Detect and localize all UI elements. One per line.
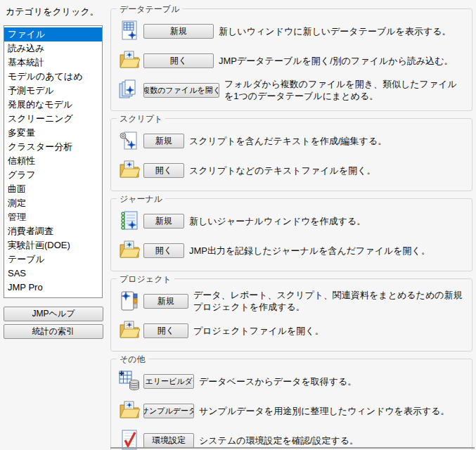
category-item[interactable]: 多変量: [4, 126, 102, 140]
row-description: JMPデータテーブルを開く/別のファイルから読み込む。: [219, 55, 465, 67]
open-data-table-button[interactable]: 開く: [143, 53, 214, 68]
row-description: プロジェクトファイルを開く。: [193, 325, 465, 337]
category-item[interactable]: 曲面: [4, 182, 102, 196]
category-item[interactable]: 信頼性: [4, 154, 102, 168]
group-ジャーナル: ジャーナル新規新しいジャーナルウィンドウを作成する。開くJMP出力を記録したジャ…: [110, 198, 472, 271]
open-journal-icon: [118, 239, 143, 262]
row-description: 新しいウィンドウに新しいデータテーブルを表示する。: [219, 25, 465, 37]
starter-row: 開くJMPデータテーブルを開く/別のファイルから読み込む。: [118, 49, 465, 72]
row-description: データ、レポート、スクリプト、関連資料をまとめるための新規プロジェクトを作成する…: [193, 289, 465, 313]
group-title: スクリプト: [117, 113, 165, 125]
row-description: JMP出力を記録したジャーナルを含んだファイルを開く。: [189, 245, 465, 257]
category-item[interactable]: 消費者調査: [4, 224, 102, 238]
row-description: スクリプトなどのテキストファイルを開く。: [189, 165, 465, 176]
category-item[interactable]: 予測モデル: [4, 84, 102, 98]
category-item[interactable]: 基本統計: [4, 56, 102, 70]
category-item[interactable]: モデルのあてはめ: [4, 70, 102, 84]
open-multiple-files-icon: [118, 79, 143, 101]
new-journal-icon: [118, 210, 143, 232]
category-heading: カテゴリをクリック。: [6, 6, 99, 18]
starter-row: 開くJMP出力を記録したジャーナルを含んだファイルを開く。: [118, 238, 465, 262]
row-description: フォルダから複数のファイルを開き、類似したファイルを1つのデータテーブルにまとめ…: [224, 78, 465, 102]
new-project-button[interactable]: 新規: [143, 294, 188, 309]
jmp-help-button[interactable]: JMPヘルプ: [4, 307, 103, 321]
starter-row: 新規スクリプトを含んだテキストを作成/編集する。: [118, 129, 465, 153]
statistics-index-button[interactable]: 統計の索引: [4, 324, 103, 339]
row-description: 新しいジャーナルウィンドウを作成する。: [189, 215, 465, 227]
starter-row: 複数のファイルを開くフォルダから複数のファイルを開き、類似したファイルを1つのデ…: [118, 78, 465, 102]
window-bottom-edge: [110, 447, 475, 449]
starter-row: 開くスクリプトなどのテキストファイルを開く。: [118, 158, 465, 182]
open-script-icon: [118, 159, 143, 181]
group-プロジェクト: プロジェクト新規データ、レポート、スクリプト、関連資料をまとめるための新規プロジ…: [110, 278, 472, 352]
open-script-button[interactable]: 開く: [143, 163, 184, 178]
new-script-button[interactable]: 新規: [143, 134, 184, 148]
row-description: スクリプトを含んだテキストを作成/編集する。: [189, 135, 465, 147]
starter-row: クエリービルダーデータベースからデータを取得する。: [118, 369, 465, 393]
query-builder-button[interactable]: クエリービルダー: [143, 374, 194, 389]
category-item[interactable]: 実験計画(DOE): [4, 238, 102, 252]
new-data-table-icon: [118, 20, 143, 42]
group-title: データテーブル: [117, 4, 182, 15]
sample-data-icon: [118, 399, 143, 422]
group-その他: その他クエリービルダーデータベースからデータを取得する。サンプルデータサンプルデ…: [110, 359, 472, 450]
group-title: プロジェクト: [117, 274, 174, 285]
starter-panel: データテーブル新規新しいウィンドウに新しいデータテーブルを表示する。開くJMPデ…: [110, 3, 472, 450]
open-data-table-icon: [118, 49, 143, 72]
starter-row: 新規データ、レポート、スクリプト、関連資料をまとめるための新規プロジェクトを作成…: [118, 289, 465, 313]
category-item[interactable]: テーブル: [4, 252, 102, 266]
group-title: その他: [117, 354, 148, 366]
group-title: ジャーナル: [117, 193, 165, 205]
category-item[interactable]: JMP Pro: [4, 281, 102, 295]
category-item[interactable]: 発展的なモデル: [4, 98, 102, 112]
category-item[interactable]: 管理: [4, 210, 102, 224]
open-project-icon: [118, 319, 143, 342]
starter-row: 新規新しいジャーナルウィンドウを作成する。: [118, 209, 465, 233]
category-item[interactable]: ファイル: [4, 27, 102, 41]
group-データテーブル: データテーブル新規新しいウィンドウに新しいデータテーブルを表示する。開くJMPデ…: [110, 8, 472, 111]
row-description: サンプルデータを用途別に整理したウィンドウを表示する。: [199, 405, 465, 417]
new-journal-button[interactable]: 新規: [143, 214, 184, 229]
row-description: データベースからデータを取得する。: [199, 375, 465, 387]
sample-data-button[interactable]: サンプルデータ: [143, 404, 194, 418]
starter-row: 新規新しいウィンドウに新しいデータテーブルを表示する。: [118, 19, 465, 43]
new-data-table-button[interactable]: 新規: [143, 24, 214, 39]
group-スクリプト: スクリプト新規スクリプトを含んだテキストを作成/編集する。開くスクリプトなどのテ…: [110, 118, 472, 191]
query-builder-icon: [118, 370, 143, 392]
new-project-icon: [118, 290, 143, 312]
row-description: システムの環境設定を確認/設定する。: [199, 435, 465, 446]
open-journal-button[interactable]: 開く: [143, 243, 184, 258]
category-item[interactable]: 読み込み: [4, 41, 102, 56]
category-item[interactable]: クラスター分析: [4, 140, 102, 154]
category-listbox[interactable]: ファイル読み込み基本統計モデルのあてはめ予測モデル発展的なモデルスクリーニング多…: [4, 25, 103, 298]
open-multiple-files-button[interactable]: 複数のファイルを開く: [143, 83, 219, 98]
preferences-button[interactable]: 環境設定: [143, 433, 194, 448]
category-item[interactable]: SAS: [4, 266, 102, 281]
starter-row: サンプルデータサンプルデータを用途別に整理したウィンドウを表示する。: [118, 399, 465, 423]
starter-row: 開くプロジェクトファイルを開く。: [118, 319, 465, 342]
category-item[interactable]: スクリーニング: [4, 112, 102, 126]
category-item[interactable]: 測定: [4, 196, 102, 210]
category-item[interactable]: グラフ: [4, 168, 102, 182]
new-script-icon: [118, 129, 143, 152]
open-project-button[interactable]: 開く: [143, 323, 188, 338]
